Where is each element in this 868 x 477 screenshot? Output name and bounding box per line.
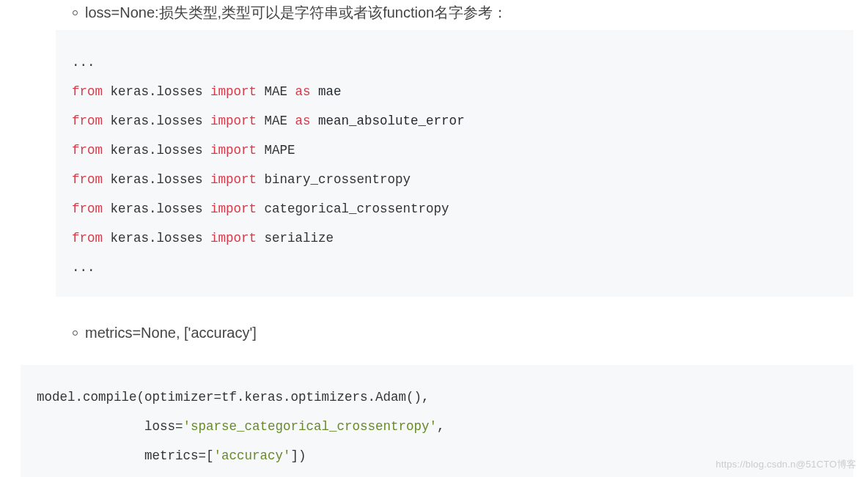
- code-line: ...: [72, 253, 837, 282]
- code-line: from keras.losses import MAE as mae: [72, 77, 837, 106]
- bullet-icon: [73, 10, 78, 15]
- code-line: from keras.losses import MAPE: [72, 136, 837, 165]
- code-block-losses: ... from keras.losses import MAE as mae …: [56, 30, 853, 297]
- bullet-loss: loss=None:损失类型,类型可以是字符串或者该function名字参考：: [0, 0, 868, 30]
- code-line: model.compile(optimizer=tf.keras.optimiz…: [37, 382, 837, 412]
- bullet-loss-text: loss=None:损失类型,类型可以是字符串或者该function名字参考：: [85, 3, 507, 23]
- code-line: loss='sparse_categorical_crossentropy',: [37, 412, 837, 441]
- code-line: from keras.losses import serialize: [72, 223, 837, 253]
- code-line: from keras.losses import binary_crossent…: [72, 165, 837, 194]
- code-line: ...: [72, 48, 837, 77]
- bullet-metrics: metrics=None, ['accuracy']: [0, 322, 868, 349]
- bullet-icon: [73, 330, 78, 336]
- bullet-metrics-text: metrics=None, ['accuracy']: [85, 325, 257, 341]
- watermark: https://blog.csdn.n@51CTO博客: [716, 458, 856, 471]
- code-line: from keras.losses import MAE as mean_abs…: [72, 106, 837, 136]
- code-line: from keras.losses import categorical_cro…: [72, 194, 837, 223]
